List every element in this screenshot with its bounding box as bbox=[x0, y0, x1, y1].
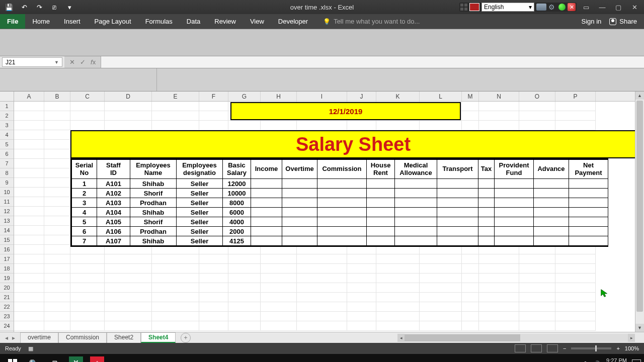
sheet-tab-sheet2[interactable]: Sheet2 bbox=[107, 332, 141, 343]
table-cell[interactable] bbox=[534, 179, 569, 189]
table-cell[interactable] bbox=[495, 208, 534, 217]
table-header[interactable]: HouseRent bbox=[367, 160, 395, 179]
tab-data[interactable]: Data bbox=[180, 14, 207, 29]
table-cell[interactable] bbox=[534, 198, 569, 208]
table-header[interactable]: MedicalAllowance bbox=[395, 160, 437, 179]
scroll-right-icon[interactable]: ▸ bbox=[628, 334, 635, 342]
row-header[interactable]: 1 bbox=[0, 102, 14, 111]
share-button[interactable]: Share bbox=[609, 18, 637, 25]
table-cell[interactable] bbox=[367, 179, 395, 189]
table-cell[interactable] bbox=[367, 198, 395, 208]
table-cell[interactable] bbox=[317, 189, 367, 198]
table-cell[interactable]: 7 bbox=[72, 236, 97, 246]
column-header-B[interactable]: B bbox=[44, 92, 70, 101]
row-header[interactable]: 16 bbox=[0, 245, 14, 254]
tray-chevron-up-icon[interactable]: ︿ bbox=[572, 360, 578, 363]
table-cell[interactable] bbox=[395, 217, 437, 227]
page-layout-view-icon[interactable] bbox=[531, 344, 542, 352]
column-header-G[interactable]: G bbox=[228, 92, 261, 101]
add-sheet-button[interactable]: ＋ bbox=[181, 333, 191, 343]
table-header[interactable]: Income bbox=[251, 160, 282, 179]
table-cell[interactable] bbox=[251, 227, 282, 236]
table-cell[interactable]: Seller bbox=[177, 189, 223, 198]
start-button[interactable] bbox=[2, 355, 23, 362]
column-header-A[interactable]: A bbox=[14, 92, 44, 101]
row-header[interactable]: 5 bbox=[0, 140, 14, 149]
table-cell[interactable] bbox=[478, 208, 495, 217]
column-header-H[interactable]: H bbox=[261, 92, 297, 101]
name-box[interactable]: J21 ▼ bbox=[2, 57, 62, 67]
row-header[interactable]: 19 bbox=[0, 274, 14, 283]
table-cell[interactable]: 6 bbox=[72, 227, 97, 236]
table-cell[interactable] bbox=[282, 179, 317, 189]
row-header[interactable]: 17 bbox=[0, 254, 14, 264]
table-cell[interactable] bbox=[495, 179, 534, 189]
row-header[interactable]: 15 bbox=[0, 235, 14, 245]
table-cell[interactable]: 12000 bbox=[223, 179, 251, 189]
table-cell[interactable] bbox=[395, 198, 437, 208]
ribbon-options-icon[interactable]: ▭ bbox=[580, 2, 593, 12]
table-cell[interactable]: A103 bbox=[97, 198, 130, 208]
row-header[interactable]: 9 bbox=[0, 178, 14, 188]
zoom-slider[interactable] bbox=[571, 347, 611, 349]
row-header[interactable]: 20 bbox=[0, 283, 14, 293]
table-cell[interactable] bbox=[437, 179, 478, 189]
table-cell[interactable]: 1 bbox=[72, 179, 97, 189]
table-cell[interactable]: 4125 bbox=[223, 236, 251, 246]
table-cell[interactable]: 2000 bbox=[223, 227, 251, 236]
table-cell[interactable]: Prodhan bbox=[130, 198, 177, 208]
tray-clock[interactable]: 9:27 PM 6/6/2020 bbox=[605, 357, 627, 362]
row-header[interactable]: 2 bbox=[0, 111, 14, 121]
scroll-down-icon[interactable]: ▼ bbox=[635, 324, 644, 332]
table-cell[interactable] bbox=[395, 179, 437, 189]
save-icon[interactable]: 💾 bbox=[5, 3, 13, 11]
table-cell[interactable] bbox=[282, 217, 317, 227]
row-header[interactable]: 24 bbox=[0, 321, 14, 331]
notifications-icon[interactable] bbox=[632, 359, 641, 362]
table-cell[interactable] bbox=[367, 189, 395, 198]
cancel-icon[interactable]: ✕ bbox=[69, 58, 75, 66]
table-cell[interactable] bbox=[437, 227, 478, 236]
table-cell[interactable] bbox=[251, 217, 282, 227]
table-cell[interactable] bbox=[495, 227, 534, 236]
macro-record-icon[interactable]: ▦ bbox=[28, 345, 33, 352]
horizontal-scrollbar[interactable]: ◂ ▸ bbox=[397, 334, 635, 342]
zoom-value[interactable]: 100% bbox=[625, 345, 639, 351]
table-cell[interactable]: 4 bbox=[72, 208, 97, 217]
row-header[interactable]: 13 bbox=[0, 216, 14, 226]
close-button[interactable]: ✕ bbox=[628, 2, 641, 12]
search-button[interactable]: 🔍 bbox=[23, 355, 44, 362]
column-header-J[interactable]: J bbox=[347, 92, 376, 101]
maximize-button[interactable]: ▢ bbox=[612, 2, 625, 12]
sheet-grid[interactable]: ABCDEFGHIJKLMNOP 12/1/2019 Salary Sheet … bbox=[14, 92, 635, 332]
table-cell[interactable] bbox=[534, 208, 569, 217]
table-cell[interactable] bbox=[282, 198, 317, 208]
tab-insert[interactable]: Insert bbox=[57, 14, 88, 29]
row-header[interactable]: 4 bbox=[0, 130, 14, 140]
table-cell[interactable] bbox=[317, 236, 367, 246]
redo-icon[interactable]: ↷ bbox=[35, 3, 43, 11]
table-header[interactable]: Employeesdesignatio bbox=[177, 160, 223, 179]
column-header-P[interactable]: P bbox=[555, 92, 596, 101]
keyboard-icon[interactable] bbox=[536, 4, 546, 11]
column-header-N[interactable]: N bbox=[479, 92, 519, 101]
column-header-M[interactable]: M bbox=[462, 92, 479, 101]
table-cell[interactable]: Seller bbox=[177, 198, 223, 208]
volume-icon[interactable]: 🔊 bbox=[593, 360, 600, 363]
table-cell[interactable] bbox=[282, 236, 317, 246]
zoom-out-icon[interactable]: − bbox=[563, 345, 566, 351]
zoom-in-icon[interactable]: + bbox=[616, 345, 619, 351]
column-header-C[interactable]: C bbox=[70, 92, 105, 101]
table-cell[interactable] bbox=[569, 189, 608, 198]
table-cell[interactable] bbox=[478, 189, 495, 198]
table-cell[interactable] bbox=[478, 198, 495, 208]
table-cell[interactable] bbox=[395, 208, 437, 217]
table-cell[interactable] bbox=[569, 179, 608, 189]
table-cell[interactable]: 4000 bbox=[223, 217, 251, 227]
table-header[interactable]: StaffID bbox=[97, 160, 130, 179]
table-cell[interactable] bbox=[495, 217, 534, 227]
table-cell[interactable]: 2 bbox=[72, 189, 97, 198]
column-header-L[interactable]: L bbox=[420, 92, 462, 101]
table-cell[interactable] bbox=[251, 198, 282, 208]
table-cell[interactable]: A101 bbox=[97, 179, 130, 189]
